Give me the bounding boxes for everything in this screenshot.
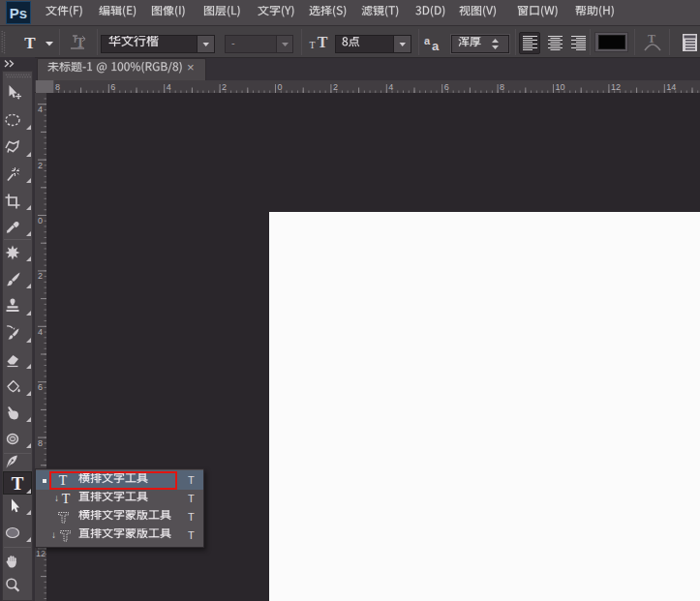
svg-text:4: 4 [167,82,171,92]
svg-text:2: 2 [38,161,43,170]
svg-text:T: T [62,492,71,506]
svg-text:2: 2 [38,271,43,281]
svg-text:6: 6 [38,382,43,392]
svg-text:T: T [318,34,328,50]
svg-text:8: 8 [55,82,60,92]
svg-text:4: 4 [38,327,43,337]
svg-text:8: 8 [38,438,43,448]
svg-text:4: 4 [38,105,43,114]
svg-text:12: 12 [611,82,621,92]
svg-text:6: 6 [110,82,115,92]
svg-text:0: 0 [278,82,283,92]
svg-text:4: 4 [388,82,393,92]
svg-text:0: 0 [38,216,43,225]
svg-text:T: T [24,34,36,52]
svg-text:2: 2 [333,82,338,92]
svg-text:6: 6 [444,82,449,92]
svg-text:T: T [12,473,24,494]
svg-text:T: T [309,40,315,50]
svg-text:T: T [648,32,655,45]
svg-text:12: 12 [36,549,46,558]
svg-text:10: 10 [556,82,565,92]
svg-text:14: 14 [666,82,676,92]
svg-text:2: 2 [222,82,227,92]
svg-text:8: 8 [500,82,504,92]
